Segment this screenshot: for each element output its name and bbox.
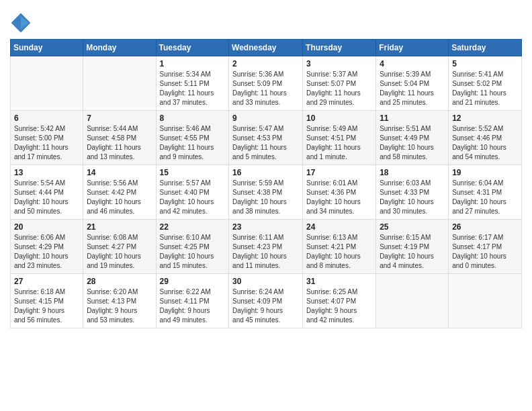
day-number: 21 <box>87 222 152 232</box>
weekday-header-wednesday: Wednesday <box>229 40 303 56</box>
day-detail: Sunrise: 5:39 AM Sunset: 5:04 PM Dayligh… <box>380 70 445 107</box>
day-detail: Sunrise: 5:41 AM Sunset: 5:02 PM Dayligh… <box>452 70 518 107</box>
day-number: 31 <box>306 277 372 286</box>
calendar-cell: 27Sunrise: 6:18 AM Sunset: 4:15 PM Dayli… <box>11 274 83 328</box>
day-detail: Sunrise: 5:56 AM Sunset: 4:42 PM Dayligh… <box>87 179 152 216</box>
day-detail: Sunrise: 6:15 AM Sunset: 4:19 PM Dayligh… <box>380 233 445 271</box>
day-number: 18 <box>380 168 445 177</box>
calendar-cell: 31Sunrise: 6:25 AM Sunset: 4:07 PM Dayli… <box>303 274 376 328</box>
day-number: 5 <box>452 59 518 68</box>
day-detail: Sunrise: 5:59 AM Sunset: 4:38 PM Dayligh… <box>232 179 299 216</box>
day-detail: Sunrise: 6:17 AM Sunset: 4:17 PM Dayligh… <box>452 233 518 271</box>
page: SundayMondayTuesdayWednesdayThursdayFrid… <box>0 0 532 411</box>
calendar-cell: 5Sunrise: 5:41 AM Sunset: 5:02 PM Daylig… <box>449 56 522 111</box>
day-detail: Sunrise: 5:44 AM Sunset: 4:58 PM Dayligh… <box>87 124 152 162</box>
day-detail: Sunrise: 5:54 AM Sunset: 4:44 PM Dayligh… <box>14 179 79 216</box>
day-number: 22 <box>160 222 226 232</box>
calendar-cell: 14Sunrise: 5:56 AM Sunset: 4:42 PM Dayli… <box>83 165 156 220</box>
calendar-cell: 3Sunrise: 5:37 AM Sunset: 5:07 PM Daylig… <box>303 56 376 111</box>
day-number: 4 <box>380 59 445 68</box>
day-detail: Sunrise: 6:01 AM Sunset: 4:36 PM Dayligh… <box>306 179 372 216</box>
calendar-cell: 29Sunrise: 6:22 AM Sunset: 4:11 PM Dayli… <box>156 274 229 328</box>
day-detail: Sunrise: 5:36 AM Sunset: 5:09 PM Dayligh… <box>232 70 299 107</box>
day-number: 8 <box>160 113 226 123</box>
calendar-cell: 20Sunrise: 6:06 AM Sunset: 4:29 PM Dayli… <box>11 220 83 274</box>
day-number: 9 <box>232 113 299 123</box>
calendar-cell: 18Sunrise: 6:03 AM Sunset: 4:33 PM Dayli… <box>376 165 449 220</box>
day-detail: Sunrise: 6:25 AM Sunset: 4:07 PM Dayligh… <box>306 287 372 325</box>
day-detail: Sunrise: 5:51 AM Sunset: 4:49 PM Dayligh… <box>380 124 445 162</box>
calendar-cell <box>449 274 522 328</box>
day-number: 14 <box>87 168 152 177</box>
day-number: 26 <box>452 222 518 232</box>
calendar-week-row: 1Sunrise: 5:34 AM Sunset: 5:11 PM Daylig… <box>11 56 522 111</box>
calendar-week-row: 6Sunrise: 5:42 AM Sunset: 5:00 PM Daylig… <box>11 111 522 165</box>
calendar-cell <box>376 274 449 328</box>
day-detail: Sunrise: 6:20 AM Sunset: 4:13 PM Dayligh… <box>87 287 152 325</box>
calendar-cell: 16Sunrise: 5:59 AM Sunset: 4:38 PM Dayli… <box>229 165 303 220</box>
calendar-cell: 25Sunrise: 6:15 AM Sunset: 4:19 PM Dayli… <box>376 220 449 274</box>
day-detail: Sunrise: 5:34 AM Sunset: 5:11 PM Dayligh… <box>160 70 226 107</box>
day-number: 24 <box>306 222 372 232</box>
day-detail: Sunrise: 5:42 AM Sunset: 5:00 PM Dayligh… <box>14 124 79 162</box>
weekday-header-saturday: Saturday <box>449 40 522 56</box>
calendar-cell: 1Sunrise: 5:34 AM Sunset: 5:11 PM Daylig… <box>156 56 229 111</box>
calendar-week-row: 27Sunrise: 6:18 AM Sunset: 4:15 PM Dayli… <box>11 274 522 328</box>
day-number: 19 <box>452 168 518 177</box>
day-detail: Sunrise: 6:03 AM Sunset: 4:33 PM Dayligh… <box>380 179 445 216</box>
day-detail: Sunrise: 5:52 AM Sunset: 4:46 PM Dayligh… <box>452 124 518 162</box>
day-detail: Sunrise: 6:18 AM Sunset: 4:15 PM Dayligh… <box>14 287 79 325</box>
weekday-header-row: SundayMondayTuesdayWednesdayThursdayFrid… <box>11 40 522 56</box>
calendar-week-row: 20Sunrise: 6:06 AM Sunset: 4:29 PM Dayli… <box>11 220 522 274</box>
weekday-header-friday: Friday <box>376 40 449 56</box>
day-number: 15 <box>160 168 226 177</box>
calendar-cell: 7Sunrise: 5:44 AM Sunset: 4:58 PM Daylig… <box>83 111 156 165</box>
day-number: 16 <box>232 168 299 177</box>
day-number: 27 <box>14 277 79 286</box>
calendar-cell: 13Sunrise: 5:54 AM Sunset: 4:44 PM Dayli… <box>11 165 83 220</box>
calendar-cell: 26Sunrise: 6:17 AM Sunset: 4:17 PM Dayli… <box>449 220 522 274</box>
calendar-cell: 2Sunrise: 5:36 AM Sunset: 5:09 PM Daylig… <box>229 56 303 111</box>
day-number: 13 <box>14 168 79 177</box>
day-detail: Sunrise: 5:57 AM Sunset: 4:40 PM Dayligh… <box>160 179 226 216</box>
day-number: 7 <box>87 113 152 123</box>
weekday-header-tuesday: Tuesday <box>156 40 229 56</box>
day-detail: Sunrise: 6:10 AM Sunset: 4:25 PM Dayligh… <box>160 233 226 271</box>
day-detail: Sunrise: 6:04 AM Sunset: 4:31 PM Dayligh… <box>452 179 518 216</box>
calendar-cell: 21Sunrise: 6:08 AM Sunset: 4:27 PM Dayli… <box>83 220 156 274</box>
calendar-cell: 15Sunrise: 5:57 AM Sunset: 4:40 PM Dayli… <box>156 165 229 220</box>
calendar-cell: 6Sunrise: 5:42 AM Sunset: 5:00 PM Daylig… <box>11 111 83 165</box>
logo <box>10 12 34 34</box>
weekday-header-monday: Monday <box>83 40 156 56</box>
calendar-cell: 8Sunrise: 5:46 AM Sunset: 4:55 PM Daylig… <box>156 111 229 165</box>
day-number: 30 <box>232 277 299 286</box>
calendar-table: SundayMondayTuesdayWednesdayThursdayFrid… <box>10 39 522 328</box>
day-number: 1 <box>160 59 226 68</box>
day-detail: Sunrise: 5:46 AM Sunset: 4:55 PM Dayligh… <box>160 124 226 162</box>
calendar-cell: 28Sunrise: 6:20 AM Sunset: 4:13 PM Dayli… <box>83 274 156 328</box>
day-detail: Sunrise: 5:49 AM Sunset: 4:51 PM Dayligh… <box>306 124 372 162</box>
day-number: 20 <box>14 222 79 232</box>
day-number: 3 <box>306 59 372 68</box>
day-number: 28 <box>87 277 152 286</box>
day-detail: Sunrise: 5:47 AM Sunset: 4:53 PM Dayligh… <box>232 124 299 162</box>
weekday-header-sunday: Sunday <box>11 40 83 56</box>
calendar-cell: 23Sunrise: 6:11 AM Sunset: 4:23 PM Dayli… <box>229 220 303 274</box>
day-detail: Sunrise: 6:11 AM Sunset: 4:23 PM Dayligh… <box>232 233 299 271</box>
calendar-cell <box>11 56 83 111</box>
calendar-cell: 19Sunrise: 6:04 AM Sunset: 4:31 PM Dayli… <box>449 165 522 220</box>
calendar-cell: 30Sunrise: 6:24 AM Sunset: 4:09 PM Dayli… <box>229 274 303 328</box>
day-number: 6 <box>14 113 79 123</box>
day-number: 29 <box>160 277 226 286</box>
calendar-cell: 10Sunrise: 5:49 AM Sunset: 4:51 PM Dayli… <box>303 111 376 165</box>
day-number: 12 <box>452 113 518 123</box>
calendar-cell <box>83 56 156 111</box>
day-detail: Sunrise: 5:37 AM Sunset: 5:07 PM Dayligh… <box>306 70 372 107</box>
day-number: 10 <box>306 113 372 123</box>
day-detail: Sunrise: 6:06 AM Sunset: 4:29 PM Dayligh… <box>14 233 79 271</box>
logo-icon <box>10 12 32 34</box>
weekday-header-thursday: Thursday <box>303 40 376 56</box>
day-detail: Sunrise: 6:24 AM Sunset: 4:09 PM Dayligh… <box>232 287 299 325</box>
day-detail: Sunrise: 6:08 AM Sunset: 4:27 PM Dayligh… <box>87 233 152 271</box>
day-detail: Sunrise: 6:22 AM Sunset: 4:11 PM Dayligh… <box>160 287 226 325</box>
